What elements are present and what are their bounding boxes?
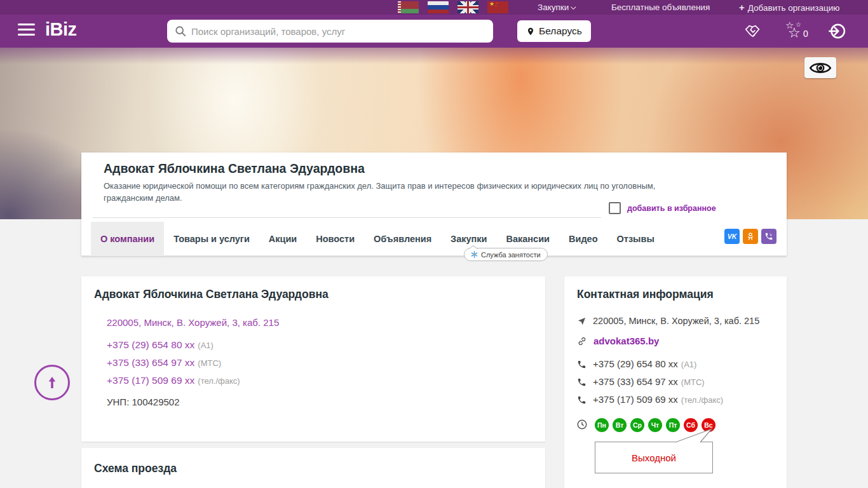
divider xyxy=(93,217,601,218)
contact-card: Контактная информация 220005, Минск, В. … xyxy=(564,276,787,488)
procurement-menu[interactable]: Закупки xyxy=(538,3,576,12)
page-title: Адвокат Яблочкина Светлана Эдуардовна xyxy=(104,161,365,176)
about-card-title: Адвокат Яблочкина Светлана Эдуардовна xyxy=(94,288,329,301)
phone-note: (тел./факс) xyxy=(198,376,240,386)
day-badge[interactable]: Чт xyxy=(648,418,662,432)
tab-news[interactable]: Новости xyxy=(306,222,364,256)
website-link[interactable]: advokat365.by xyxy=(593,336,659,346)
chevron-down-icon xyxy=(571,4,576,10)
navigation-arrow-icon xyxy=(577,316,587,326)
favorites-button[interactable]: ☆ ☆ ☆ 0 xyxy=(785,22,808,41)
contact-phone-row: +375 (17) 509 69 xx(тел./факс) xyxy=(577,394,723,405)
search-box xyxy=(167,20,493,43)
arrow-up-icon xyxy=(44,374,60,391)
contact-address: 220005, Минск, В. Хоружей, 3, каб. 215 xyxy=(593,316,759,326)
day-off-tooltip-tail xyxy=(672,428,717,443)
link-icon xyxy=(577,336,587,346)
about-card: Адвокат Яблочкина Светлана Эдуардовна 22… xyxy=(81,276,545,442)
day-badge[interactable]: Вт xyxy=(613,418,627,432)
vk-button[interactable]: VK xyxy=(724,229,740,244)
free-ads-link[interactable]: Бесплатные объявления xyxy=(611,3,710,12)
flag-china-icon[interactable] xyxy=(487,1,508,13)
header: iBiz Беларусь ☆ ☆ ☆ 0 xyxy=(0,15,868,48)
favorites-count: 0 xyxy=(803,29,808,39)
scroll-top-button[interactable] xyxy=(34,365,70,400)
social-buttons: VK xyxy=(724,229,776,244)
location-pin-icon xyxy=(526,26,535,37)
hamburger-menu-icon[interactable] xyxy=(18,24,35,25)
phone-row: +375 (33) 654 97 xx(МТС) xyxy=(107,357,221,369)
handshake-icon xyxy=(742,22,764,41)
tab-products[interactable]: Товары и услуги xyxy=(164,222,259,256)
contact-phone[interactable]: +375 (29) 654 80 xx xyxy=(593,358,678,369)
clock-icon xyxy=(576,419,588,430)
contact-address-row: 220005, Минск, В. Хоружей, 3, каб. 215 xyxy=(577,316,759,326)
vk-icon: VK xyxy=(728,233,737,240)
contact-phone-row: +375 (33) 654 97 xx(МТС) xyxy=(577,376,705,388)
phone-link[interactable]: +375 (17) 509 69 xx xyxy=(107,375,194,386)
favorite-toggle[interactable]: добавить в избранное xyxy=(609,202,716,214)
viber-button[interactable] xyxy=(761,229,776,244)
stars-icon: ☆ ☆ ☆ 0 xyxy=(785,22,808,41)
contact-phone[interactable]: +375 (17) 509 69 xx xyxy=(593,394,678,405)
country-label: Беларусь xyxy=(539,25,582,37)
phone-link[interactable]: +375 (33) 654 97 xx xyxy=(107,357,194,368)
phone-icon xyxy=(577,395,587,405)
address-link[interactable]: 220005, Минск, В. Хоружей, 3, каб. 215 xyxy=(107,317,279,328)
logo[interactable]: iBiz xyxy=(45,19,77,40)
partners-button[interactable] xyxy=(742,22,764,41)
unp-value: УНП: 100429502 xyxy=(107,396,180,407)
company-header-card: Адвокат Яблочкина Светлана Эдуардовна Ок… xyxy=(81,152,787,256)
company-description: Оказание юридической помощи по всем кате… xyxy=(104,180,685,205)
search-icon xyxy=(175,25,186,37)
vacancies-tooltip-label: Служба занятости xyxy=(481,251,541,259)
tab-promos[interactable]: Акции xyxy=(259,222,306,256)
flag-russia-icon[interactable] xyxy=(428,1,449,13)
company-tabs: О компании Товары и услуги Акции Новости… xyxy=(91,222,664,256)
day-badge[interactable]: Пн xyxy=(595,418,609,432)
favorite-checkbox[interactable] xyxy=(609,202,621,214)
map-card: Схема проезда xyxy=(81,448,545,488)
tab-reviews[interactable]: Отзывы xyxy=(607,222,664,256)
eye-icon xyxy=(810,61,831,75)
phone-note: (тел./факс) xyxy=(681,395,723,405)
phone-note: (МТС) xyxy=(681,377,705,387)
login-icon xyxy=(828,22,847,41)
contact-phone[interactable]: +375 (33) 654 97 xx xyxy=(593,376,678,387)
tab-about[interactable]: О компании xyxy=(91,222,164,256)
phone-icon xyxy=(577,360,587,369)
search-input[interactable] xyxy=(191,26,485,37)
views-badge[interactable] xyxy=(804,57,836,78)
phone-row: +375 (17) 509 69 xx(тел./факс) xyxy=(107,375,240,386)
contact-card-title: Контактная информация xyxy=(577,288,714,301)
phone-link[interactable]: +375 (29) 654 80 xx xyxy=(107,339,194,350)
odnoklassniki-icon xyxy=(745,231,756,241)
phone-icon xyxy=(577,377,587,387)
vacancies-tooltip: Служба занятости xyxy=(464,248,548,261)
country-button[interactable]: Беларусь xyxy=(517,20,591,42)
phone-row: +375 (29) 654 80 xx(А1) xyxy=(107,339,214,351)
tab-video[interactable]: Видео xyxy=(559,222,607,256)
flag-uk-icon[interactable] xyxy=(458,1,478,13)
map-card-title: Схема проезда xyxy=(94,462,177,475)
add-organization-link[interactable]: +Добавить организацию xyxy=(739,2,839,13)
day-off-tooltip: Выходной xyxy=(595,442,713,473)
tab-ads[interactable]: Объявления xyxy=(364,222,441,256)
viber-icon xyxy=(764,232,773,241)
plus-icon: + xyxy=(739,2,745,13)
phone-note: (МТС) xyxy=(198,358,221,368)
ok-button[interactable] xyxy=(743,229,758,244)
topbar: Закупки Бесплатные объявления +Добавить … xyxy=(0,0,868,15)
login-button[interactable] xyxy=(828,22,847,41)
language-flags xyxy=(398,1,508,13)
day-badge[interactable]: Ср xyxy=(630,418,644,432)
flag-belarus-icon[interactable] xyxy=(398,1,419,13)
contact-website-row: advokat365.by xyxy=(577,336,659,346)
phone-note: (А1) xyxy=(198,341,214,350)
phone-note: (А1) xyxy=(681,360,697,369)
employment-service-icon xyxy=(471,251,478,258)
favorite-label[interactable]: добавить в избранное xyxy=(627,204,716,213)
contact-phone-row: +375 (29) 654 80 xx(А1) xyxy=(577,358,696,370)
